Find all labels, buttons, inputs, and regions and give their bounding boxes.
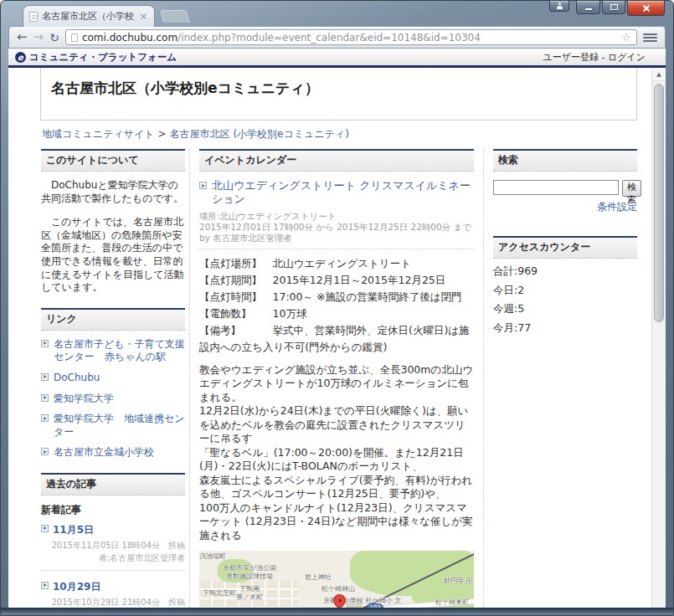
breadcrumb-root-link[interactable]: 地域コミュニティサイト	[42, 128, 155, 140]
event-detail: 【点灯期間】 2015年12月1日～2015年12月25日	[199, 272, 474, 289]
search-button[interactable]: 検索	[622, 180, 641, 197]
about-paragraph-2: このサイトでは、名古屋市北区（金城地区）の危険箇所や安全箇所また、普段の生活の中…	[41, 216, 185, 295]
search-input[interactable]	[493, 180, 619, 195]
divider	[199, 249, 474, 249]
map-label: 松ケ崎林山	[322, 585, 355, 593]
left-sidebar: このサイトについて DoChubuと愛知学院大学の共同活動で製作したものです。 …	[41, 149, 185, 608]
google-map[interactable]: 上賀茂池端町京都市宝が池公園 運動施設球技場岩上神社松ケ崎林山妙円寺 卍下鴨北芝…	[199, 551, 474, 608]
counter-month: 今月:77	[493, 319, 637, 338]
counter-today: 今日:2	[493, 281, 637, 300]
favicon	[29, 12, 38, 22]
event-detail: 【電飾数】 10万球	[199, 305, 474, 322]
event-author: by 名古屋市北区管理者	[199, 233, 474, 243]
sidebar-link[interactable]: DoChubu	[41, 372, 185, 385]
archive-item: 10月29日 2015年10月29日 21時04分 投稿者:名古屋市北区管理者	[41, 571, 185, 608]
map-label: 上賀茂池端町	[199, 552, 226, 561]
archive-date-link[interactable]: 10月29日	[41, 580, 185, 594]
menu-button[interactable]	[643, 33, 657, 42]
archive-meta: 2015年10月29日 21時04分 投稿者:名古屋市北区管理者	[41, 596, 185, 608]
maximize-button[interactable]	[602, 1, 625, 14]
user-register-login-links[interactable]: ユーザー登録 - ログイン	[543, 51, 659, 64]
browser-toolbar: ← → ↻ comi.dochubu.com/index.php?module=…	[8, 26, 666, 49]
about-section-header: このサイトについて	[41, 149, 185, 172]
page-content: 名古屋市北区（小学校別eコミュニティ） 地域コミュニティサイト>名古屋市北区 (…	[8, 68, 666, 608]
link-icon	[199, 182, 207, 189]
window-controls	[549, 1, 665, 16]
breadcrumb-separator: >	[158, 128, 167, 140]
link-icon	[41, 448, 49, 455]
event-title-link[interactable]: 北山ウエディングストリート クリスマスイルミネーション	[199, 179, 474, 207]
map-label: 下鴨南 茶ノ木町	[236, 585, 263, 602]
event-detail: 【点灯時間】 17:00～ ※施設の営業時間終了後は閉門	[199, 289, 474, 305]
breadcrumb-current-link[interactable]: 名古屋市北区 (小学校別eコミュニティ)	[170, 128, 349, 140]
close-button[interactable]	[627, 1, 665, 16]
new-tab-button[interactable]	[160, 10, 190, 23]
sidebar-link[interactable]: 愛知学院大学 地域連携センター	[41, 413, 185, 439]
page-title-box: 名古屋市北区（小学校別eコミュニティ）	[40, 68, 637, 121]
minimize-icon	[585, 8, 592, 10]
link-icon	[41, 414, 49, 422]
browser-window: 名古屋市北区（小学校別e × ← → ↻ comi.dochubu.com/in…	[0, 0, 674, 616]
link-icon	[41, 340, 49, 347]
site-brand: コミュニティ・プラットフォーム	[29, 51, 177, 64]
search-settings-link[interactable]: 条件設定	[597, 201, 637, 213]
address-bar[interactable]: comi.dochubu.com/index.php?module=event_…	[65, 29, 637, 45]
site-header: e コミュニティ・プラットフォーム ユーザー登録 - ログイン	[8, 49, 666, 68]
event-meta: 場所:北山ウエディングストリート 2015年12月01日 17時00分 から 2…	[199, 211, 474, 244]
access-counter: 合計:969 今日:2 今週:5 今月:77	[493, 262, 637, 337]
reload-button[interactable]: ↻	[49, 32, 59, 44]
link-icon	[41, 582, 49, 589]
event-calendar-header: イベントカレンダー	[199, 149, 474, 172]
close-icon	[642, 4, 651, 13]
event-description: 教会やウエディング施設が立ち並ぶ、全長300mの北山ウエディングストリートが10…	[199, 363, 474, 543]
forward-button[interactable]: →	[33, 31, 44, 44]
access-counter-header: アクセスカウンター	[493, 236, 637, 259]
back-button[interactable]: ←	[17, 31, 28, 44]
event-place: 場所:北山ウエディングストリート	[199, 211, 474, 221]
archive-section-header: 過去の記事	[41, 473, 185, 495]
link-icon	[41, 373, 49, 381]
map-label: 京都市宝が池公園 運動施設球技場	[223, 564, 276, 581]
map-label: 岩上神社	[305, 573, 332, 582]
tab-title: 名古屋市北区（小学校別e	[42, 10, 135, 23]
person-icon	[556, 3, 563, 9]
archive-item: 11月5日 2015年11月05日 18時04分 投稿者:名古屋市北区管理者	[41, 519, 185, 571]
profile-button[interactable]	[549, 1, 569, 12]
archive-meta: 2015年11月05日 18時04分 投稿者:名古屋市北区管理者	[41, 539, 185, 564]
window-bottom-frame	[1, 608, 673, 615]
counter-week: 今週:5	[493, 300, 637, 319]
sidebar-link[interactable]: 名古屋市子ども・子育て支援センター 赤ちゃんの駅	[41, 338, 185, 364]
about-paragraph-1: DoChubuと愛知学院大学の共同活動で製作したものです。	[41, 179, 185, 205]
tab-close-button[interactable]: ×	[139, 12, 148, 21]
url-text: comi.dochubu.com/index.php?module=event_…	[82, 32, 617, 44]
archive-subtitle: 新着記事	[41, 503, 185, 517]
map-label: 妙円寺 卍	[444, 577, 473, 585]
vertical-scrollbar[interactable]: ▲	[651, 68, 666, 608]
page-icon	[71, 33, 78, 42]
sidebar-link[interactable]: 愛知学院大学	[41, 393, 185, 406]
links-section-header: リンク	[41, 308, 185, 331]
breadcrumb: 地域コミュニティサイト>名古屋市北区 (小学校別eコミュニティ)	[40, 121, 637, 149]
site-logo-icon: e	[15, 52, 26, 63]
maximize-icon	[610, 4, 618, 10]
minimize-button[interactable]	[576, 1, 600, 14]
event-period: 2015年12月01日 17時00分 から 2015年12月25日 22時00分…	[199, 222, 474, 232]
counter-total: 合計:969	[493, 262, 637, 281]
browser-tab[interactable]: 名古屋市北区（小学校別e ×	[23, 5, 155, 27]
link-icon	[41, 394, 49, 402]
page-title: 名古屋市北区（小学校別eコミュニティ）	[51, 79, 626, 98]
search-section-header: 検索	[493, 149, 637, 172]
link-icon	[41, 525, 49, 532]
event-detail: 【備考】 挙式中、営業時間外、定休日(火曜日)は施設内への立ち入り不可(門外から…	[199, 322, 474, 356]
url-domain: comi.dochubu.com	[82, 32, 178, 44]
scrollbar-thumb[interactable]	[654, 84, 664, 322]
archive-date-link[interactable]: 11月5日	[41, 523, 185, 537]
map-label: 下鴨北芝町	[203, 589, 236, 598]
route-badge: 103	[367, 603, 383, 608]
main-column: イベントカレンダー 北山ウエディングストリート クリスマスイルミネーション 場所…	[189, 149, 484, 608]
bookmark-star-icon[interactable]: ☆	[621, 32, 631, 43]
map-label: 松ケ崎東町	[435, 598, 469, 607]
sidebar-link[interactable]: 名古屋市立金城小学校	[41, 446, 185, 459]
map-pin-icon	[331, 592, 348, 608]
scrollbar-up-arrow[interactable]: ▲	[652, 68, 666, 81]
